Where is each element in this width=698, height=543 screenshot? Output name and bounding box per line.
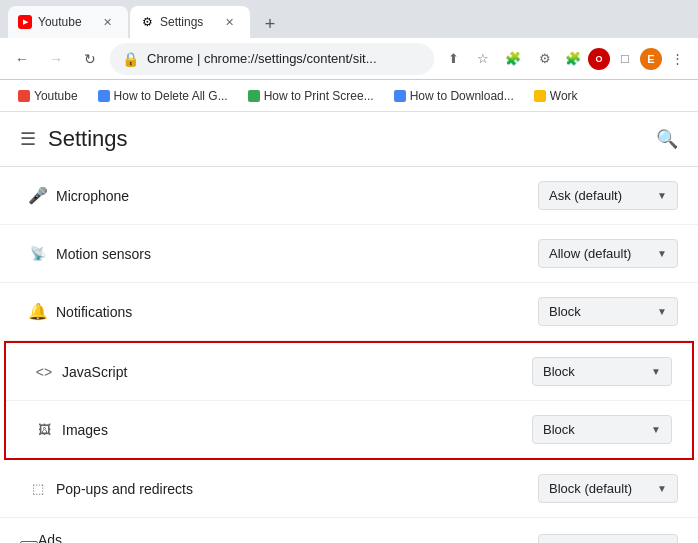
notifications-label: Notifications — [56, 304, 538, 320]
browser-window: Youtube ✕ ⚙ Settings ✕ + ← → ↻ 🔒 Chrome … — [0, 0, 698, 543]
url-text: Chrome | chrome://settings/content/sit..… — [147, 51, 422, 66]
forward-button[interactable]: → — [42, 45, 70, 73]
motion-dropdown-value: Allow (default) — [549, 246, 631, 261]
javascript-dropdown[interactable]: Block ▼ — [532, 357, 672, 386]
tab-youtube[interactable]: Youtube ✕ — [8, 6, 128, 38]
settings-item-ads[interactable]: Ads Block if site shows intrusive or mis… — [0, 518, 698, 543]
tab-settings-close[interactable]: ✕ — [221, 14, 238, 31]
bookmark-download-label: How to Download... — [410, 89, 514, 103]
notifications-label-col: Notifications — [56, 304, 538, 320]
tab-youtube-label: Youtube — [38, 15, 93, 29]
images-icon: 🖼 — [26, 422, 62, 437]
tab-settings[interactable]: ⚙ Settings ✕ — [130, 6, 250, 38]
youtube-favicon — [18, 15, 32, 29]
images-label: Images — [62, 422, 532, 438]
microphone-dropdown[interactable]: Ask (default) ▼ — [538, 181, 678, 210]
extensions-icon[interactable]: 🧩 — [500, 46, 526, 72]
ads-control: Block (default) ▼ — [538, 534, 678, 544]
user-avatar[interactable]: E — [640, 48, 662, 70]
notifications-dropdown-value: Block — [549, 304, 581, 319]
microphone-dropdown-arrow: ▼ — [657, 190, 667, 201]
reload-button[interactable]: ↻ — [76, 45, 104, 73]
notifications-dropdown[interactable]: Block ▼ — [538, 297, 678, 326]
bookmark-youtube-label: Youtube — [34, 89, 78, 103]
popups-label-col: Pop-ups and redirects — [56, 481, 538, 497]
url-domain: Chrome — [147, 51, 193, 66]
settings-favicon: ⚙ — [140, 15, 154, 29]
motion-label-col: Motion sensors — [56, 246, 538, 262]
bookmark-work[interactable]: Work — [526, 87, 586, 105]
images-dropdown-value: Block — [543, 422, 575, 437]
motion-control: Allow (default) ▼ — [538, 239, 678, 268]
images-dropdown[interactable]: Block ▼ — [532, 415, 672, 444]
bookmark-youtube[interactable]: Youtube — [10, 87, 86, 105]
address-bar: ← → ↻ 🔒 Chrome | chrome://settings/conte… — [0, 38, 698, 80]
tab-bar: Youtube ✕ ⚙ Settings ✕ + — [0, 0, 698, 38]
settings-search-button[interactable]: 🔍 — [656, 128, 678, 150]
settings-header: ☰ Settings 🔍 — [0, 112, 698, 167]
ads-label-col: Ads Block if site shows intrusive or mis… — [38, 532, 538, 543]
url-bar[interactable]: 🔒 Chrome | chrome://settings/content/sit… — [110, 43, 434, 75]
popups-label: Pop-ups and redirects — [56, 481, 538, 497]
bookmark-youtube-icon — [18, 90, 30, 102]
settings-item-motion[interactable]: 📡 Motion sensors Allow (default) ▼ — [0, 225, 698, 283]
profile-icon[interactable]: □ — [612, 46, 638, 72]
settings-item-javascript[interactable]: <> JavaScript Block ▼ — [6, 343, 692, 401]
bookmark-work-label: Work — [550, 89, 578, 103]
tab-youtube-close[interactable]: ✕ — [99, 14, 116, 31]
opera-icon[interactable]: O — [588, 48, 610, 70]
notifications-icon: 🔔 — [20, 302, 56, 321]
bookmark-delete-icon — [98, 90, 110, 102]
images-control: Block ▼ — [532, 415, 672, 444]
settings-title-row: ☰ Settings — [20, 126, 128, 152]
javascript-label-col: JavaScript — [62, 364, 532, 380]
share-icon[interactable]: ⬆ — [440, 46, 466, 72]
ads-dropdown[interactable]: Block (default) ▼ — [538, 534, 678, 544]
settings-item-images[interactable]: 🖼 Images Block ▼ — [6, 401, 692, 458]
popups-control: Block (default) ▼ — [538, 474, 678, 503]
notifications-control: Block ▼ — [538, 297, 678, 326]
url-separator: | — [197, 51, 204, 66]
page-title: Settings — [48, 126, 128, 152]
menu-icons: ⚙ 🧩 O □ E ⋮ — [532, 46, 690, 72]
new-tab-button[interactable]: + — [256, 10, 284, 38]
gear-icon[interactable]: ⚙ — [532, 46, 558, 72]
popups-dropdown[interactable]: Block (default) ▼ — [538, 474, 678, 503]
settings-item-microphone[interactable]: 🎤 Microphone Ask (default) ▼ — [0, 167, 698, 225]
popups-dropdown-value: Block (default) — [549, 481, 632, 496]
bookmark-delete[interactable]: How to Delete All G... — [90, 87, 236, 105]
notifications-dropdown-arrow: ▼ — [657, 306, 667, 317]
javascript-dropdown-arrow: ▼ — [651, 366, 661, 377]
settings-item-notifications[interactable]: 🔔 Notifications Block ▼ — [0, 283, 698, 341]
back-button[interactable]: ← — [8, 45, 36, 73]
bookmarks-bar: Youtube How to Delete All G... How to Pr… — [0, 80, 698, 112]
bookmark-print-icon — [248, 90, 260, 102]
puzzle-icon[interactable]: 🧩 — [560, 46, 586, 72]
motion-dropdown-arrow: ▼ — [657, 248, 667, 259]
settings-item-popups[interactable]: ⬚ Pop-ups and redirects Block (default) … — [0, 460, 698, 518]
microphone-icon: 🎤 — [20, 186, 56, 205]
bookmark-download[interactable]: How to Download... — [386, 87, 522, 105]
javascript-dropdown-value: Block — [543, 364, 575, 379]
settings-list: 🎤 Microphone Ask (default) ▼ 📡 Motion se… — [0, 167, 698, 543]
bookmark-download-icon — [394, 90, 406, 102]
javascript-control: Block ▼ — [532, 357, 672, 386]
javascript-label: JavaScript — [62, 364, 532, 380]
images-dropdown-arrow: ▼ — [651, 424, 661, 435]
bookmark-print[interactable]: How to Print Scree... — [240, 87, 382, 105]
more-menu-icon[interactable]: ⋮ — [664, 46, 690, 72]
motion-dropdown[interactable]: Allow (default) ▼ — [538, 239, 678, 268]
javascript-icon: <> — [26, 364, 62, 380]
url-path: chrome://settings/content/sit... — [204, 51, 377, 66]
ads-label: Ads — [38, 532, 538, 543]
motion-label: Motion sensors — [56, 246, 538, 262]
bookmark-delete-label: How to Delete All G... — [114, 89, 228, 103]
bookmark-icon[interactable]: ☆ — [470, 46, 496, 72]
bookmark-work-icon — [534, 90, 546, 102]
address-icons: ⬆ ☆ 🧩 — [440, 46, 526, 72]
hamburger-menu-button[interactable]: ☰ — [20, 128, 36, 150]
popups-icon: ⬚ — [20, 481, 56, 496]
motion-sensors-icon: 📡 — [20, 246, 56, 261]
microphone-control: Ask (default) ▼ — [538, 181, 678, 210]
bookmark-print-label: How to Print Scree... — [264, 89, 374, 103]
